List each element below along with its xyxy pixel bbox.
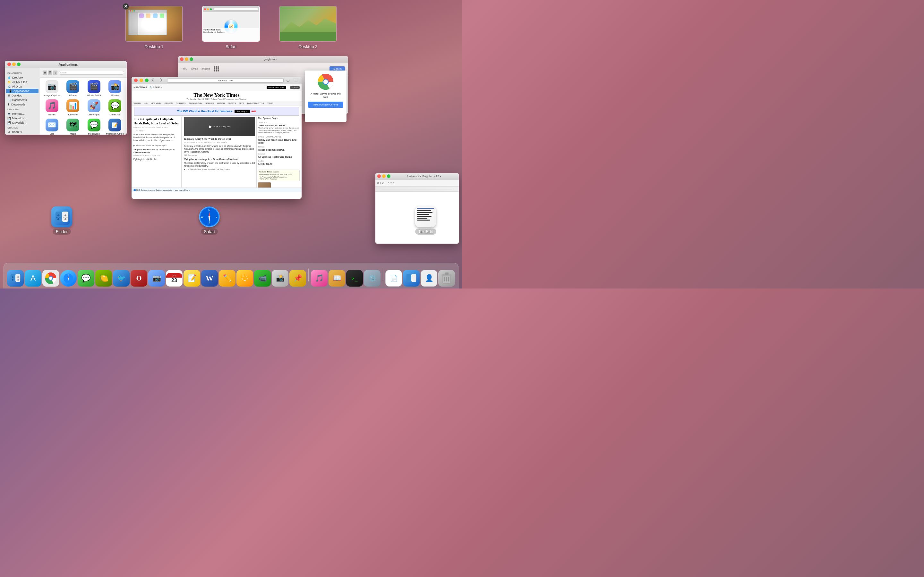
safari-refresh-btn[interactable] <box>286 78 291 83</box>
nyt-subscribe-btn[interactable]: SUBSCRIBE NOW <box>267 86 286 89</box>
finder-app-imovie[interactable]: 🎬 iMovie <box>64 80 82 97</box>
finder-window[interactable]: Applications FAVORITES 💧 Dropbox 📁 All M… <box>5 61 127 135</box>
sidebar-airdrop[interactable]: 📡 AirDrop <box>5 84 40 89</box>
google-apps-icon[interactable] <box>214 66 219 71</box>
sidebar-remote[interactable]: 💻 Remote... <box>5 111 40 116</box>
google-images-link[interactable]: Images <box>202 67 210 70</box>
space-safari[interactable]: 🧭 The New York Times Life in Capital of … <box>202 6 260 49</box>
google-close-dot[interactable] <box>180 57 184 61</box>
safari-max-btn[interactable] <box>145 79 149 82</box>
sidebar-tiberius[interactable]: 🖥 Tiberius <box>5 130 40 134</box>
dock-newdoc[interactable]: 📄 <box>385 270 402 287</box>
textedit-align-right[interactable]: ≡ <box>393 182 394 184</box>
tab-technology[interactable]: TECHNOLOGY <box>189 102 202 104</box>
finder-app-limechat[interactable]: 💬 LimeChat <box>106 99 124 116</box>
chrome-install-btn[interactable]: Install Google Chrome <box>308 102 343 108</box>
tab-arts[interactable]: ARTS <box>239 102 244 104</box>
space-desktop2[interactable]: Desktop 2 <box>279 6 337 49</box>
dock-finder2[interactable] <box>403 270 420 287</box>
tab-health[interactable]: HEALTH <box>217 102 225 104</box>
dock-itunes[interactable]: 🎵 <box>311 270 328 287</box>
sidebar-documents[interactable]: 📄 Documents <box>5 98 40 102</box>
nyt-search-btn[interactable]: 🔍 SEARCH <box>150 86 162 89</box>
safari-close-btn[interactable] <box>134 79 137 82</box>
tab-science[interactable]: SCIENCE <box>205 102 214 104</box>
finder-dock-icon[interactable] <box>51 206 72 227</box>
dock-terminal[interactable]: >_ <box>346 270 363 287</box>
dock-word[interactable]: W <box>201 270 218 287</box>
desktop1-thumbnail[interactable] <box>125 6 183 42</box>
textedit-format-underline[interactable]: U <box>382 182 384 184</box>
dock-ibooks[interactable]: 📖 <box>328 270 345 287</box>
dock-messages[interactable]: 💬 <box>78 270 94 287</box>
safari-forward-btn[interactable] <box>159 77 165 83</box>
safari-dock-icon[interactable]: N S W E <box>199 206 220 227</box>
nyt-login-btn[interactable]: LOG IN <box>290 86 300 89</box>
finder-view-icon2[interactable]: ☰ <box>48 71 52 75</box>
sidebar-all-files[interactable]: 📁 All My Files <box>5 80 40 84</box>
tab-world[interactable]: WORLD <box>134 102 141 104</box>
tab-sports[interactable]: SPORTS <box>228 102 236 104</box>
dock-facetime[interactable]: 📹 <box>254 270 271 287</box>
nyt-un-link[interactable]: ▸ U.N. Official Cites 'Strong Possibilit… <box>184 168 255 170</box>
google-plus-link[interactable]: +You <box>181 67 187 70</box>
finder-app-launchpad[interactable]: 🚀 Launchpad <box>85 99 103 116</box>
tab-business[interactable]: BUSINESS <box>176 102 186 104</box>
finder-app-imovie909[interactable]: 🎬 iMovie 9.0.9 <box>85 80 103 97</box>
textedit-close-btn[interactable] <box>377 174 381 178</box>
finder-app-image-capture[interactable]: 📷 Image Capture <box>43 80 61 97</box>
safari-share-btn[interactable]: ⬜ <box>292 78 299 83</box>
dock-oracle[interactable]: O <box>131 270 147 287</box>
finder-view-icon1[interactable]: ⊞ <box>43 71 47 75</box>
sidebar-desktop[interactable]: 🖥 Desktop <box>5 93 40 98</box>
nyt-isis-link[interactable]: ▶ Video: ISIS' Goals for Iraq and Syria <box>134 144 179 147</box>
tab-fashion[interactable]: FASHION & STYLE <box>247 102 264 104</box>
close-space-btn[interactable]: ✕ <box>123 3 129 10</box>
sidebar-dropbox[interactable]: 💧 Dropbox <box>5 75 40 80</box>
finder-view-icon3[interactable]: ⋮ <box>53 71 57 75</box>
safari-address-bar[interactable]: nytimes.com <box>167 78 284 83</box>
dock-iphoto[interactable]: 📷 <box>148 270 165 287</box>
textedit-align-center[interactable]: ≡ <box>391 182 392 184</box>
finder-app-itunes[interactable]: 🎵 iTunes <box>43 99 61 116</box>
sidebar-macintosh[interactable]: 💾 Macintosh... <box>5 116 40 121</box>
textedit-dock-icon[interactable] <box>415 206 436 227</box>
ibm-see-why-btn[interactable]: See why → <box>234 110 250 113</box>
dock-sketch[interactable]: ✏️ <box>219 270 236 287</box>
sidebar-applications[interactable]: 📱 Applications <box>6 89 39 93</box>
dock-appstore[interactable]: A <box>25 270 41 287</box>
finder-app-msoffice[interactable]: 📝 Microsoft Office 2011 <box>106 119 124 135</box>
google-max-dot[interactable] <box>190 57 193 61</box>
tab-video[interactable]: VIDEO <box>267 102 273 104</box>
nyt-video-player[interactable]: ▶ PLAY VIDEO | 2:17 <box>184 117 255 136</box>
textedit-align-left[interactable]: ≡ <box>388 182 389 184</box>
dock-camera[interactable]: 📸 <box>272 270 288 287</box>
dock-trash[interactable] <box>438 270 455 287</box>
finder-app-keynote[interactable]: 📊 Keynote <box>64 99 82 116</box>
dock-photos[interactable] <box>236 270 253 287</box>
finder-app-maps[interactable]: 🗺 Maps <box>64 119 82 135</box>
dock-sysprefs[interactable]: ⚙️ <box>364 270 381 287</box>
finder-app-iphoto[interactable]: 📸 iPhoto <box>106 80 124 97</box>
safari-min-btn[interactable] <box>140 79 143 82</box>
textedit-max-btn[interactable] <box>387 174 391 178</box>
google-min-dot[interactable] <box>185 57 188 61</box>
textedit-min-btn[interactable] <box>382 174 386 178</box>
tab-opinion[interactable]: OPINION <box>165 102 173 104</box>
finder-close-btn[interactable] <box>7 63 11 66</box>
dock-twitter[interactable]: 🍋 <box>95 270 112 287</box>
dock-notes[interactable]: 📝 <box>184 270 200 287</box>
finder-app-mail[interactable]: ✉️ Mail <box>43 119 61 135</box>
space-desktop1[interactable]: ✕ <box>125 6 183 49</box>
safari-nyt-window[interactable]: nytimes.com ⬜ ≡ SECTIONS 🔍 SEARCH SUBSCR… <box>132 77 302 199</box>
sidebar-maverick[interactable]: 💾 Maverick... <box>5 121 40 125</box>
tab-us[interactable]: U.S. <box>144 102 148 104</box>
nyt-sections-btn[interactable]: ≡ SECTIONS <box>134 86 147 89</box>
textedit-format-bold[interactable]: B <box>377 182 379 184</box>
dock-stickies[interactable]: 📌 <box>289 270 306 287</box>
desktop2-thumbnail[interactable] <box>279 6 337 42</box>
dock-finder[interactable] <box>7 270 24 287</box>
dock-calendar[interactable]: 23 23 <box>166 270 183 287</box>
safari-thumbnail[interactable]: 🧭 The New York Times Life in Capital of … <box>202 6 260 42</box>
tab-ny[interactable]: NEW YORK <box>151 102 162 104</box>
